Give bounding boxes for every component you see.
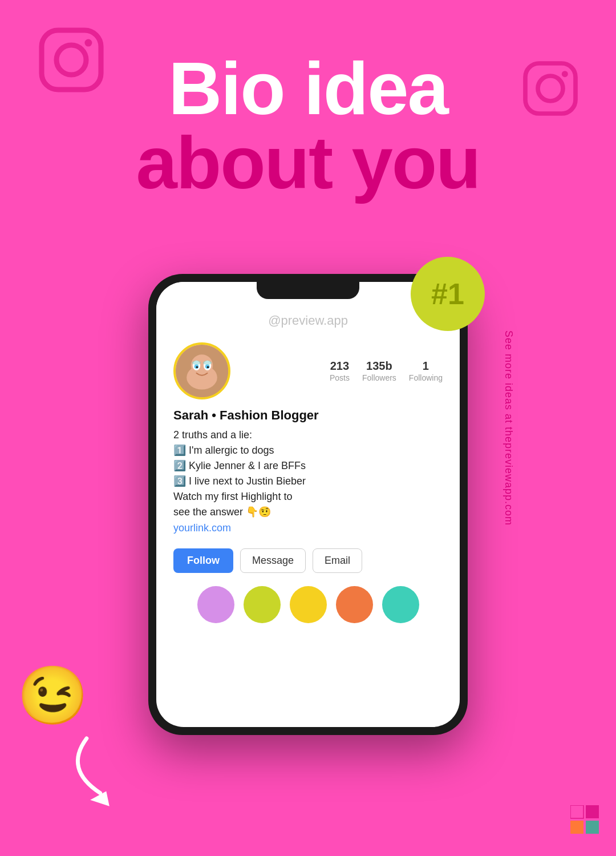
- preview-app-watermark: @preview.app: [156, 310, 460, 337]
- svg-point-14: [207, 366, 209, 368]
- title-section: Bio idea about you: [0, 51, 616, 200]
- wink-emoji: 😉: [17, 662, 88, 729]
- highlight-circle-1[interactable]: [197, 586, 234, 623]
- message-button[interactable]: Message: [240, 548, 306, 573]
- svg-point-13: [196, 366, 198, 368]
- phone-shell: @preview.app: [148, 274, 468, 735]
- svg-rect-21: [586, 821, 599, 834]
- stat-posts: 213 Posts: [330, 360, 350, 383]
- title-bio-idea: Bio idea: [0, 51, 616, 126]
- highlight-circles: [156, 582, 460, 637]
- svg-point-16: [203, 361, 212, 365]
- phone-mockup: #1 @preview.app: [148, 274, 468, 735]
- svg-rect-18: [570, 805, 583, 818]
- email-button[interactable]: Email: [313, 548, 362, 573]
- svg-rect-20: [570, 821, 583, 834]
- title-about-you: about you: [0, 126, 616, 200]
- bio-link[interactable]: yourlink.com: [173, 522, 443, 534]
- buttons-row: Follow Message Email: [156, 543, 460, 582]
- stat-following: 1 Following: [409, 360, 443, 383]
- stat-followers: 135b Followers: [362, 360, 396, 383]
- arrow-decoration: [62, 731, 144, 827]
- phone-screen: @preview.app: [156, 282, 460, 727]
- svg-point-2: [84, 39, 92, 47]
- bio-section: Sarah • Fashion Blogger 2 truths and a l…: [156, 408, 460, 543]
- avatar: [173, 342, 230, 399]
- highlight-circle-5[interactable]: [382, 586, 419, 623]
- follow-button[interactable]: Follow: [173, 548, 233, 573]
- profile-section: 213 Posts 135b Followers 1 Following: [156, 337, 460, 408]
- bio-name: Sarah • Fashion Blogger: [173, 408, 443, 423]
- phone-notch: [257, 282, 359, 299]
- highlight-circle-3[interactable]: [290, 586, 327, 623]
- vertical-text: See more ideas at thepreviewapp.com: [502, 330, 514, 526]
- bio-text: 2 truths and a lie: 1️⃣ I'm allergic to …: [173, 427, 443, 520]
- badge-number-one: #1: [411, 257, 485, 331]
- stats-section: 213 Posts 135b Followers 1 Following: [242, 360, 443, 383]
- watermark-icon: [570, 805, 599, 839]
- background: Bio idea about you #1 @preview.app: [0, 0, 616, 856]
- svg-rect-19: [586, 805, 599, 818]
- svg-point-15: [192, 361, 201, 365]
- highlight-circle-4[interactable]: [336, 586, 373, 623]
- highlight-circle-2[interactable]: [244, 586, 281, 623]
